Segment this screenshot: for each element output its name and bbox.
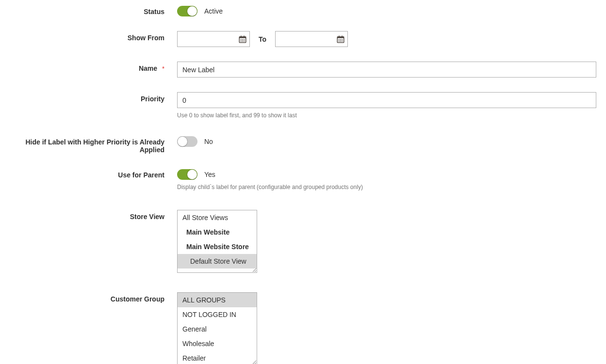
name-input[interactable] [177,62,596,78]
hide-higher-toggle[interactable] [177,136,197,147]
svg-rect-16 [342,39,343,40]
use-for-parent-label: Use for Parent [5,168,177,179]
svg-rect-13 [342,35,343,37]
to-label: To [259,35,266,43]
customer-group-label: Customer Group [5,292,177,303]
show-from-input[interactable] [178,32,236,47]
row-hide-higher: Hide if Label with Higher Priority is Al… [5,135,601,154]
svg-rect-12 [339,35,340,37]
svg-rect-14 [339,39,340,40]
priority-input[interactable] [177,92,596,108]
row-customer-group: Customer Group ALL GROUPSNOT LOGGED INGe… [5,292,601,364]
svg-rect-15 [340,39,341,40]
use-for-parent-value-text: Yes [204,171,215,178]
customer-group-option[interactable]: Retailer [178,351,257,364]
hide-higher-label: Hide if Label with Higher Priority is Al… [5,135,177,154]
row-status: Status Active [5,5,601,16]
svg-rect-3 [244,35,245,37]
store-view-option[interactable]: Main Website Store [178,239,257,254]
customer-group-option[interactable]: NOT LOGGED IN [178,307,257,322]
status-toggle[interactable] [177,6,197,16]
customer-group-option[interactable]: ALL GROUPS [178,293,257,307]
priority-hint: Use 0 to show label first, and 99 to sho… [177,112,596,119]
calendar-icon[interactable] [334,32,347,47]
svg-rect-11 [337,36,344,38]
required-asterisk: * [162,65,164,72]
show-to-input[interactable] [276,32,334,47]
svg-rect-5 [242,39,243,40]
svg-rect-7 [241,41,242,42]
svg-rect-9 [244,41,245,42]
row-use-for-parent: Use for Parent Yes Display child`s label… [5,168,601,190]
calendar-icon[interactable] [236,32,249,47]
store-view-option[interactable]: Default Store View [178,254,257,269]
svg-rect-18 [340,41,341,42]
priority-label: Priority [5,92,177,103]
customer-group-option[interactable]: Wholesale [178,336,257,351]
store-view-option[interactable]: Main Website [178,225,257,239]
status-label: Status [5,5,177,16]
store-view-multiselect[interactable]: All Store ViewsMain WebsiteMain Website … [177,210,257,273]
customer-group-multiselect[interactable]: ALL GROUPSNOT LOGGED INGeneralWholesaleR… [177,292,257,364]
row-show-from: Show From [5,31,601,47]
svg-rect-6 [244,39,245,40]
show-from-label: Show From [5,31,177,42]
label-settings-form: Status Active Show From [0,0,606,364]
svg-rect-1 [239,36,246,38]
svg-rect-4 [241,39,242,40]
status-value-text: Active [204,7,223,15]
use-for-parent-toggle[interactable] [177,169,197,180]
store-view-label: Store View [5,210,177,221]
svg-rect-8 [242,41,243,42]
row-store-view: Store View All Store ViewsMain WebsiteMa… [5,210,601,273]
name-label: Name * [5,62,177,72]
store-view-option[interactable]: All Store Views [178,210,257,225]
show-to-datebox [275,31,348,47]
svg-rect-19 [342,41,343,42]
show-from-datebox [177,31,250,47]
svg-rect-2 [241,35,242,37]
name-label-text: Name [139,64,157,72]
row-priority: Priority Use 0 to show label first, and … [5,92,601,119]
hide-higher-value-text: No [204,138,213,145]
use-for-parent-hint: Display child`s label for parent (config… [177,184,596,190]
customer-group-option[interactable]: General [178,322,257,336]
row-name: Name * [5,62,601,78]
svg-rect-17 [339,41,340,42]
